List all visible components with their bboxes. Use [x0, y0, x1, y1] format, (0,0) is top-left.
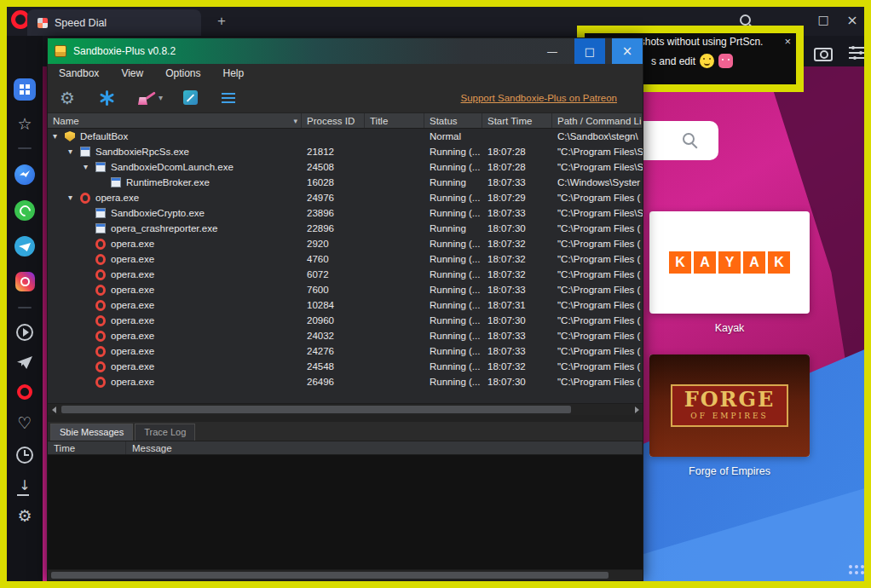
- sandbox-options-icon[interactable]: ⚙: [60, 89, 78, 107]
- snapshot-camera-icon[interactable]: [814, 48, 833, 61]
- sandboxie-minimize-button[interactable]: —: [537, 38, 568, 64]
- terminate-all-icon[interactable]: [99, 90, 118, 106]
- flow-send-icon[interactable]: [17, 356, 32, 369]
- table-row[interactable]: SandboxieRpcSs.exe 21812 Running (... 18…: [48, 144, 643, 159]
- table-row[interactable]: opera.exe 10284 Running (... 18:07:31 "C…: [48, 297, 643, 313]
- browser-search-icon[interactable]: [740, 14, 751, 26]
- sandboxie-close-button[interactable]: ×: [612, 38, 643, 64]
- menu-item[interactable]: Sandbox: [59, 67, 99, 79]
- process-path-cell: "C:\Program Files (: [552, 297, 643, 313]
- column-header-start-time[interactable]: Start Time: [482, 113, 552, 128]
- bottom-tab[interactable]: Sbie Messages: [50, 424, 133, 441]
- whatsapp-icon[interactable]: [14, 200, 35, 221]
- process-icon: [80, 193, 90, 204]
- column-header-time[interactable]: Time: [48, 441, 126, 454]
- process-path-cell: "C:\Program Files (: [552, 236, 643, 251]
- search-icon: [683, 133, 695, 145]
- tree-expander-icon[interactable]: [84, 159, 95, 175]
- process-title-cell: [365, 297, 424, 313]
- table-row[interactable]: opera.exe 6072 Running (... 18:07:32 "C:…: [48, 267, 643, 282]
- opera-account-icon[interactable]: [17, 384, 32, 400]
- customize-dots-icon[interactable]: [849, 571, 852, 574]
- bookmarks-star-icon[interactable]: ☆: [17, 116, 32, 132]
- bottom-tab[interactable]: Trace Log: [135, 424, 195, 441]
- tile-forge-of-empires[interactable]: FORGE OF EMPIRES: [649, 355, 810, 457]
- process-name: RuntimeBroker.exe: [126, 175, 210, 190]
- edit-ini-icon[interactable]: [183, 90, 201, 105]
- process-name-cell: RuntimeBroker.exe: [48, 175, 302, 190]
- sort-filter-arrow-icon[interactable]: [293, 117, 297, 125]
- process-id-cell: 7600: [302, 282, 365, 297]
- process-title-cell: [365, 144, 424, 159]
- dropdown-arrow-icon[interactable]: ▾: [159, 93, 163, 102]
- speed-dial-icon[interactable]: [14, 78, 36, 101]
- process-name: SandboxieRpcSs.exe: [95, 144, 189, 159]
- process-icon: [95, 315, 106, 326]
- messenger-icon[interactable]: [14, 164, 35, 185]
- sidebar-divider-icon[interactable]: [18, 307, 32, 308]
- scrollbar-thumb[interactable]: [51, 572, 609, 579]
- panel-splitter-handle[interactable]: [48, 415, 643, 422]
- popup-close-icon[interactable]: ×: [784, 35, 791, 48]
- bottom-scrollbar[interactable]: [48, 569, 643, 580]
- downloads-icon[interactable]: ↓: [19, 479, 30, 493]
- table-row[interactable]: opera.exe 20960 Running (... 18:07:30 "C…: [48, 313, 643, 328]
- sandboxie-title-bar[interactable]: Sandboxie-Plus v0.8.2 — □ ×: [48, 38, 643, 64]
- column-header-title[interactable]: Title: [365, 113, 424, 128]
- column-header-name[interactable]: Name: [48, 113, 302, 128]
- column-header-process-id[interactable]: Process ID: [302, 113, 365, 128]
- table-row[interactable]: opera.exe 24548 Running (... 18:07:32 "C…: [48, 359, 643, 374]
- tree-expander-icon[interactable]: [68, 190, 80, 205]
- likes-heart-icon[interactable]: ♡: [17, 415, 32, 431]
- table-row[interactable]: opera.exe 2920 Running (... 18:07:32 "C:…: [48, 236, 643, 251]
- tile-kayak[interactable]: K A Y A K: [649, 211, 810, 314]
- table-row[interactable]: opera_crashreporter.exe 22896 Running 18…: [48, 221, 643, 236]
- scroll-right-arrow-icon[interactable]: [631, 404, 643, 416]
- process-id-cell: 21812: [302, 144, 365, 159]
- list-view-icon[interactable]: [222, 93, 239, 103]
- browser-maximize-button[interactable]: □: [810, 7, 837, 32]
- column-header-status[interactable]: Status: [424, 113, 482, 128]
- table-row[interactable]: opera.exe 4760 Running (... 18:07:32 "C:…: [48, 251, 643, 267]
- column-header-message[interactable]: Message: [126, 441, 643, 454]
- process-status-cell: Running (...: [424, 251, 482, 267]
- history-clock-icon[interactable]: [16, 447, 33, 464]
- message-table-header: Time Message: [48, 441, 643, 455]
- horizontal-scrollbar[interactable]: [48, 403, 643, 415]
- sandboxie-maximize-button[interactable]: □: [574, 38, 605, 64]
- menu-item[interactable]: View: [121, 67, 143, 79]
- scroll-left-arrow-icon[interactable]: [48, 404, 60, 416]
- sidebar-divider-icon[interactable]: [18, 147, 32, 149]
- instagram-icon[interactable]: [15, 272, 35, 291]
- easy-setup-tune-icon[interactable]: [849, 47, 864, 59]
- menu-item[interactable]: Options: [165, 67, 200, 79]
- new-tab-button[interactable]: +: [211, 11, 232, 32]
- table-row[interactable]: opera.exe 7600 Running (... 18:07:33 "C:…: [48, 282, 643, 297]
- table-row[interactable]: SandboxieDcomLaunch.exe 24508 Running (.…: [48, 159, 643, 175]
- telegram-icon[interactable]: [14, 236, 35, 257]
- column-header-path[interactable]: Path / Command Li: [552, 113, 643, 128]
- table-row[interactable]: opera.exe 24032 Running (... 18:07:33 "C…: [48, 328, 643, 343]
- settings-gear-icon[interactable]: ⚙: [17, 508, 32, 524]
- table-row[interactable]: RuntimeBroker.exe 16028 Running 18:07:33…: [48, 175, 643, 190]
- table-row[interactable]: SandboxieCrypto.exe 23896 Running (... 1…: [48, 205, 643, 221]
- table-row[interactable]: DefaultBox Normal C:\Sandbox\stegn\: [48, 129, 643, 144]
- table-row[interactable]: opera.exe 26496 Running (... 18:07:30 "C…: [48, 374, 643, 389]
- table-row[interactable]: opera.exe 24276 Running (... 18:07:33 "C…: [48, 343, 643, 359]
- process-title-cell: [365, 313, 424, 328]
- process-icon: [95, 239, 106, 250]
- player-icon[interactable]: [16, 324, 33, 341]
- menu-item[interactable]: Help: [223, 67, 245, 79]
- process-name-cell: opera.exe: [48, 328, 302, 343]
- cleanup-broom-icon[interactable]: ▾: [138, 89, 163, 106]
- tree-expander-icon[interactable]: [53, 129, 65, 144]
- tab-speed-dial[interactable]: Speed Dial: [27, 9, 201, 36]
- process-id-cell: 6072: [302, 267, 365, 282]
- browser-close-button[interactable]: ×: [839, 7, 864, 32]
- process-start-time-cell: 18:07:33: [482, 343, 552, 359]
- scrollbar-thumb[interactable]: [61, 406, 571, 413]
- table-row[interactable]: opera.exe 24976 Running (... 18:07:29 "C…: [48, 190, 643, 205]
- patreon-support-link[interactable]: Support Sandboxie-Plus on Patreon: [461, 93, 617, 103]
- process-name: opera.exe: [111, 328, 154, 343]
- tree-expander-icon[interactable]: [68, 144, 80, 159]
